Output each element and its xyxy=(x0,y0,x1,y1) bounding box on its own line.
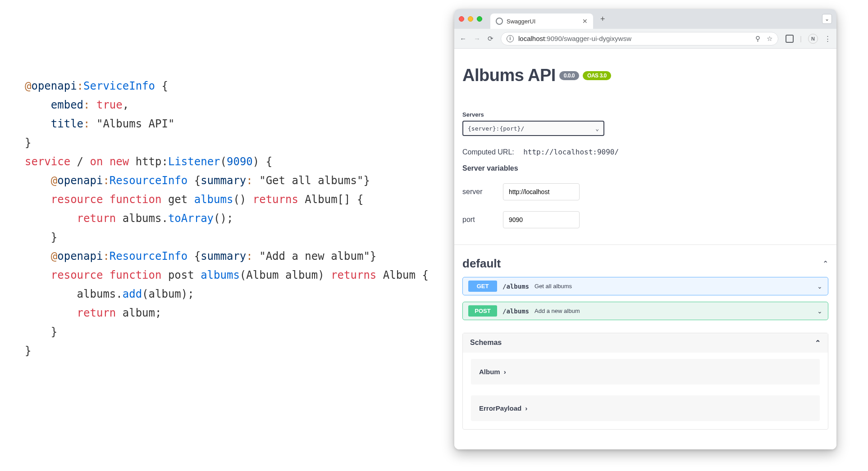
forward-button[interactable]: → xyxy=(474,35,480,42)
browser-tab[interactable]: SwaggerUI ✕ xyxy=(490,14,593,29)
url-text: localhost:9090/swagger-ui-dygixywsw xyxy=(518,35,631,42)
operations-list: GET/albumsGet all albums⌄POST/albumsAdd … xyxy=(462,277,828,320)
chevron-down-icon: ⌄ xyxy=(595,125,599,132)
chevron-down-icon: ⌄ xyxy=(817,308,822,315)
schemas-section: Schemas ⌃ Album›ErrorPayload› xyxy=(462,333,828,430)
schemas-label[interactable]: Schemas xyxy=(470,339,502,347)
code-line: embed: true, xyxy=(25,95,454,114)
url-port: :9090 xyxy=(545,35,562,42)
computed-url-value: http://localhost:9090/ xyxy=(523,148,619,156)
code-line: return albums.toArray(); xyxy=(25,209,454,228)
chevron-down-icon: ⌄ xyxy=(817,283,822,290)
browser-window: SwaggerUI ✕ + ⌄ ← → ⟳ i localhost:9090/s… xyxy=(454,9,836,449)
server-variable-row: port xyxy=(462,211,828,228)
variable-input[interactable] xyxy=(503,211,580,228)
operation-summary: Get all albums xyxy=(535,283,572,290)
server-variable-row: server xyxy=(462,183,828,200)
browser-menu-icon[interactable]: ⋮ xyxy=(824,35,831,43)
url-host: localhost xyxy=(518,35,545,42)
variable-input[interactable] xyxy=(503,183,580,200)
code-editor: @openapi:ServiceInfo { embed: true, titl… xyxy=(0,0,454,471)
schemas-list: Album›ErrorPayload› xyxy=(463,353,828,429)
url-path: /swagger-ui-dygixywsw xyxy=(562,35,631,42)
code-line: albums.add(album); xyxy=(25,285,454,303)
schema-name: ErrorPayload xyxy=(479,404,521,412)
chevron-right-icon: › xyxy=(525,404,527,412)
browser-toolbar: ← → ⟳ i localhost:9090/swagger-ui-dygixy… xyxy=(454,29,836,49)
close-window-icon[interactable] xyxy=(459,16,464,22)
code-line: } xyxy=(25,341,454,360)
tab-overflow-button[interactable]: ⌄ xyxy=(822,14,832,24)
zoom-icon[interactable]: ⚲ xyxy=(755,35,760,43)
code-line: @openapi:ResourceInfo {summary: "Add a n… xyxy=(25,247,454,266)
server-variables-list: serverport xyxy=(462,183,828,228)
swagger-ui: Albums API 0.0.0 OAS 3.0 Servers {server… xyxy=(454,49,836,440)
variable-name: server xyxy=(462,188,493,196)
chevron-right-icon: › xyxy=(504,368,506,376)
chevron-up-icon[interactable]: ⌃ xyxy=(822,259,828,268)
new-tab-button[interactable]: + xyxy=(600,14,605,24)
http-method-badge: GET xyxy=(468,281,497,292)
schema-name: Album xyxy=(479,368,500,376)
oas-badge: OAS 3.0 xyxy=(583,71,611,80)
back-button[interactable]: ← xyxy=(460,35,466,42)
code-line: title: "Albums API" xyxy=(25,114,454,133)
code-line: } xyxy=(25,133,454,152)
code-line: } xyxy=(25,322,454,341)
browser-viewport: Albums API 0.0.0 OAS 3.0 Servers {server… xyxy=(454,49,836,449)
bookmark-icon[interactable]: ☆ xyxy=(767,35,772,43)
code-line: } xyxy=(25,228,454,247)
code-line: service / on new http:Listener(9090) { xyxy=(25,152,454,171)
operation-summary: Add a new album xyxy=(535,308,580,314)
chevron-up-icon[interactable]: ⌃ xyxy=(815,339,821,347)
tab-favicon xyxy=(496,18,503,25)
divider xyxy=(454,245,836,245)
schema-item[interactable]: ErrorPayload› xyxy=(471,395,820,421)
extensions-icon[interactable] xyxy=(786,35,794,43)
window-controls[interactable] xyxy=(459,16,482,22)
code-line: resource function post albums(Album albu… xyxy=(25,266,454,285)
operation-get[interactable]: GET/albumsGet all albums⌄ xyxy=(462,277,828,295)
minimize-window-icon[interactable] xyxy=(468,16,473,22)
api-title-text: Albums API xyxy=(462,66,556,85)
profile-icon[interactable]: N xyxy=(808,34,818,44)
address-bar[interactable]: i localhost:9090/swagger-ui-dygixywsw ⚲ … xyxy=(501,32,778,45)
schema-item[interactable]: Album› xyxy=(471,359,820,385)
computed-url-label: Computed URL: xyxy=(462,148,514,156)
reload-button[interactable]: ⟳ xyxy=(488,35,493,43)
site-info-icon[interactable]: i xyxy=(507,35,514,42)
tab-title: SwaggerUI xyxy=(507,18,579,25)
server-variables-label: Server variables xyxy=(462,164,828,172)
servers-label: Servers xyxy=(462,111,828,118)
version-badge: 0.0.0 xyxy=(559,71,579,80)
code-line: @openapi:ServiceInfo { xyxy=(25,77,454,95)
operation-path: /albums xyxy=(503,308,529,315)
http-method-badge: POST xyxy=(468,305,497,317)
servers-select[interactable]: {server}:{port}/ ⌄ xyxy=(462,121,604,136)
operation-post[interactable]: POST/albumsAdd a new album⌄ xyxy=(462,302,828,320)
maximize-window-icon[interactable] xyxy=(477,16,482,22)
browser-tabstrip: SwaggerUI ✕ + ⌄ xyxy=(454,9,836,29)
code-line: @openapi:ResourceInfo {summary: "Get all… xyxy=(25,171,454,190)
tag-name[interactable]: default xyxy=(462,257,501,271)
code-line: resource function get albums() returns A… xyxy=(25,190,454,209)
api-title: Albums API 0.0.0 OAS 3.0 xyxy=(462,66,611,85)
operation-path: /albums xyxy=(503,283,529,290)
close-tab-icon[interactable]: ✕ xyxy=(582,18,588,25)
variable-name: port xyxy=(462,216,493,224)
code-line: return album; xyxy=(25,303,454,322)
servers-select-value: {server}:{port}/ xyxy=(468,125,524,132)
